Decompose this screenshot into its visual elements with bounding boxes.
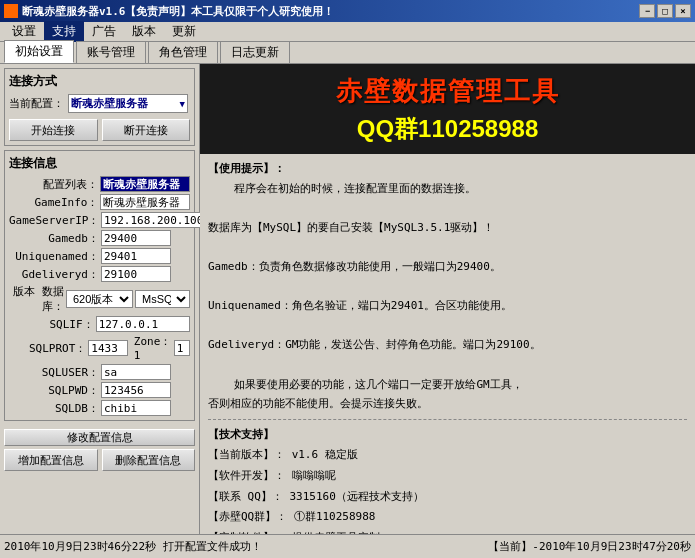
tab-bar: 初始设置 账号管理 角色管理 日志更新 — [0, 42, 695, 64]
usage-line-8 — [208, 317, 687, 335]
gdeliveryd-label: Gdeliveryd： — [9, 267, 99, 282]
sqluser-label: SQLUSER： — [9, 365, 99, 380]
gdeliveryd-row: Gdeliveryd： 29100 — [9, 266, 190, 282]
tab-log-update[interactable]: 日志更新 — [220, 41, 290, 63]
gamedb-value: 29400 — [101, 230, 171, 246]
gameserverip-value: 192.168.200.100 — [101, 212, 201, 228]
usage-line-2 — [208, 199, 687, 217]
window-title: 断魂赤壁服务器v1.6【免责声明】本工具仅限于个人研究使用！ — [22, 4, 335, 19]
tech-line-dev: 【软件开发】： 嗡嗡嗡呢 — [208, 467, 687, 486]
usage-line-7: Uniquenamed：角色名验证，端口为29401。合区功能使用。 — [208, 297, 687, 315]
usage-line-4 — [208, 238, 687, 256]
gameinfo-value: 断魂赤壁服务器 — [100, 194, 190, 210]
connect-info-title: 连接信息 — [9, 155, 190, 172]
bottom-buttons: 修改配置信息 增加配置信息 删除配置信息 — [4, 429, 195, 471]
usage-line-12: 否则相应的功能不能使用。会提示连接失败。 — [208, 395, 687, 413]
gameinfo-row: GameInfo： 断魂赤壁服务器 — [9, 194, 190, 210]
sqldb-value: chibi — [101, 400, 171, 416]
disconnect-button[interactable]: 断开连接 — [102, 119, 191, 141]
title-bar: 断魂赤壁服务器v1.6【免责声明】本工具仅限于个人研究使用！ － □ × — [0, 0, 695, 22]
minimize-button[interactable]: － — [639, 4, 655, 18]
usage-line-9: Gdeliveryd：GM功能，发送公告、封停角色功能。端口为29100。 — [208, 336, 687, 354]
uniquenamed-label: Uniquenamed： — [9, 249, 99, 264]
app-icon — [4, 4, 18, 18]
sqlprot-label: SQLPROT： — [9, 341, 86, 356]
close-button[interactable]: × — [675, 4, 691, 18]
usage-line-11: 如果要使用必要的功能，这几个端口一定要开放给GM工具， — [208, 376, 687, 394]
uniquenamed-row: Uniquenamed： 29401 — [9, 248, 190, 264]
usage-line-10 — [208, 356, 687, 374]
gameserverip-label: GameServerIP： — [9, 213, 99, 228]
sqlpwd-row: SQLPWD： 123456 — [9, 382, 190, 398]
sqlif-row: SQLIF： 127.0.0.1 — [9, 316, 190, 332]
status-right: 【当前】-2010年10月9日23时47分20秒 — [488, 539, 691, 554]
config-dropdown-value: 断魂赤壁服务器 — [71, 96, 148, 111]
tech-line-custom: 【定制软件】： 提供赤壁工具定制 — [208, 529, 687, 534]
zone-label: Zone：1 — [134, 334, 172, 362]
status-left: 2010年10月9日23时46分22秒 打开配置文件成功！ — [4, 539, 262, 554]
gameserverip-row: GameServerIP： 192.168.200.100 — [9, 212, 190, 228]
delete-config-button[interactable]: 删除配置信息 — [102, 449, 196, 471]
usage-line-5: Gamedb：负责角色数据修改功能使用，一般端口为29400。 — [208, 258, 687, 276]
banner-qq: QQ群110258988 — [357, 113, 538, 145]
menu-bar: 设置 支持 广告 版本 更新 — [0, 22, 695, 42]
version-label: 版本 数据库： — [9, 284, 64, 314]
tech-line-version: 【当前版本】： v1.6 稳定版 — [208, 446, 687, 465]
sqlpwd-value: 123456 — [101, 382, 171, 398]
menu-version[interactable]: 版本 — [124, 21, 164, 42]
tab-role-management[interactable]: 角色管理 — [148, 41, 218, 63]
maximize-button[interactable]: □ — [657, 4, 673, 18]
version-select[interactable]: 620版本 — [66, 290, 133, 308]
window-controls: － □ × — [639, 4, 691, 18]
menu-settings[interactable]: 设置 — [4, 21, 44, 42]
usage-line-1: 程序会在初始的时候，连接配置里面的数据连接。 — [208, 180, 687, 198]
config-dropdown[interactable]: 断魂赤壁服务器 ▼ — [68, 94, 188, 113]
gdeliveryd-value: 29100 — [101, 266, 171, 282]
usage-heading: 【使用提示】： — [208, 162, 285, 175]
modify-config-button[interactable]: 修改配置信息 — [4, 429, 195, 446]
tech-line-qqgroup: 【赤壁QQ群】： ①群110258988 — [208, 508, 687, 527]
db-type-select[interactable]: MsSQL库 — [135, 290, 190, 308]
usage-line-3: 数据库为【MySQL】的要自己安装【MySQL3.5.1驱动】！ — [208, 219, 687, 237]
divider — [208, 419, 687, 420]
version-row: 版本 数据库： 620版本 MsSQL库 — [9, 284, 190, 314]
chevron-down-icon: ▼ — [180, 99, 185, 109]
usage-line-6 — [208, 278, 687, 296]
gamedb-label: Gamedb： — [9, 231, 99, 246]
sqldb-label: SQLDB： — [9, 401, 99, 416]
banner: 赤壁数据管理工具 QQ群110258988 — [200, 64, 695, 154]
sqldb-row: SQLDB： chibi — [9, 400, 190, 416]
sqlprot-row: SQLPROT： 1433 Zone：1 1 — [9, 334, 190, 362]
tech-heading: 【技术支持】 — [208, 428, 274, 441]
sqluser-row: SQLUSER： sa — [9, 364, 190, 380]
gameinfo-label: GameInfo： — [9, 195, 98, 210]
sqluser-value: sa — [101, 364, 171, 380]
sqlif-label: SQLIF： — [9, 317, 94, 332]
info-section: 【使用提示】： 程序会在初始的时候，连接配置里面的数据连接。 数据库为【MySQ… — [200, 154, 695, 534]
left-panel: 连接方式 当前配置： 断魂赤壁服务器 ▼ 开始连接 断开连接 连接信息 — [0, 64, 200, 534]
config-list-row: 配置列表： 断魂赤壁服务器 — [9, 176, 190, 192]
add-config-button[interactable]: 增加配置信息 — [4, 449, 98, 471]
menu-ads[interactable]: 广告 — [84, 21, 124, 42]
tech-support-block: 【技术支持】 【当前版本】： v1.6 稳定版 【软件开发】： 嗡嗡嗡呢 【联系… — [208, 426, 687, 534]
sqlif-value: 127.0.0.1 — [96, 316, 190, 332]
current-config-label: 当前配置： — [9, 96, 64, 111]
zone-value: 1 — [174, 340, 190, 356]
status-bar: 2010年10月9日23时46分22秒 打开配置文件成功！ 【当前】-2010年… — [0, 534, 695, 558]
menu-support[interactable]: 支持 — [44, 21, 84, 42]
connect-info-section: 连接信息 配置列表： 断魂赤壁服务器 GameInfo： 断魂赤壁服务器 Gam… — [4, 150, 195, 421]
connect-mode-section: 连接方式 当前配置： 断魂赤壁服务器 ▼ 开始连接 断开连接 — [4, 68, 195, 146]
config-list-label: 配置列表： — [9, 177, 98, 192]
tab-initial-settings[interactable]: 初始设置 — [4, 40, 74, 63]
right-panel: 赤壁数据管理工具 QQ群110258988 【使用提示】： 程序会在初始的时候，… — [200, 64, 695, 534]
config-list-value: 断魂赤壁服务器 — [100, 176, 190, 192]
usage-tips-block: 【使用提示】： 程序会在初始的时候，连接配置里面的数据连接。 数据库为【MySQ… — [208, 160, 687, 413]
menu-update[interactable]: 更新 — [164, 21, 204, 42]
info-table: 配置列表： 断魂赤壁服务器 GameInfo： 断魂赤壁服务器 GameServ… — [9, 176, 190, 416]
tab-account-management[interactable]: 账号管理 — [76, 41, 146, 63]
connect-mode-title: 连接方式 — [9, 73, 190, 90]
start-connect-button[interactable]: 开始连接 — [9, 119, 98, 141]
uniquenamed-value: 29401 — [101, 248, 171, 264]
banner-title: 赤壁数据管理工具 — [336, 74, 560, 109]
tech-line-qq: 【联系 QQ】： 3315160（远程技术支持） — [208, 488, 687, 507]
